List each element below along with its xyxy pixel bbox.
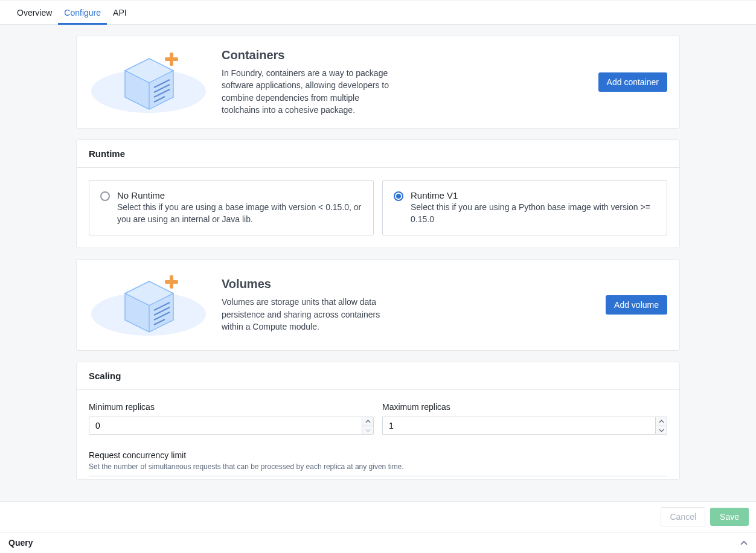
scaling-header: Scaling [77, 362, 679, 390]
chevron-down-icon [659, 429, 664, 432]
main-scroll[interactable]: Containers In Foundry, containers are a … [0, 25, 756, 501]
concurrency-input-edge [89, 476, 667, 477]
max-replicas-stepper [382, 417, 667, 435]
containers-card: Containers In Foundry, containers are a … [76, 36, 680, 129]
runtime-v1-desc: Select this if you are using a Python ba… [411, 202, 656, 225]
runtime-option-none[interactable]: No Runtime Select this if you are using … [89, 180, 374, 235]
volumes-card: Volumes Volumes are storage units that a… [76, 259, 680, 351]
runtime-none-desc: Select this if you are using a base imag… [117, 202, 362, 225]
tab-configure[interactable]: Configure [58, 1, 107, 24]
stepper-down-button[interactable] [362, 426, 373, 435]
tabs: Overview Configure API [0, 1, 756, 25]
save-button[interactable]: Save [710, 508, 749, 526]
footer-bar: Cancel Save [0, 501, 756, 532]
stepper-up-button[interactable] [362, 417, 373, 426]
runtime-card: Runtime No Runtime Select this if you ar… [76, 139, 680, 248]
stepper-down-button[interactable] [656, 426, 667, 435]
runtime-header: Runtime [77, 140, 679, 168]
max-replicas-label: Maximum replicas [382, 402, 667, 412]
min-replicas-label: Minimum replicas [89, 402, 374, 412]
runtime-none-title: No Runtime [117, 190, 362, 200]
containers-illustration [89, 49, 208, 115]
scaling-card: Scaling Minimum replicas [76, 362, 680, 480]
cancel-button[interactable]: Cancel [661, 507, 705, 526]
concurrency-help: Set the number of simultaneous requests … [89, 462, 667, 471]
svg-rect-13 [165, 280, 178, 284]
max-replicas-input[interactable] [382, 417, 655, 435]
runtime-option-v1[interactable]: Runtime V1 Select this if you are using … [382, 180, 667, 235]
containers-desc: In Foundry, containers are a way to pack… [222, 67, 397, 116]
min-replicas-input[interactable] [89, 417, 362, 435]
volumes-desc: Volumes are storage units that allow dat… [222, 296, 400, 333]
radio-icon [100, 191, 110, 201]
volumes-title: Volumes [222, 277, 400, 291]
radio-icon [394, 191, 403, 201]
chevron-up-icon [659, 420, 664, 423]
stepper-up-button[interactable] [656, 417, 667, 426]
query-label: Query [8, 538, 33, 548]
chevron-up-icon [365, 420, 371, 423]
volumes-illustration [89, 272, 208, 338]
add-container-button[interactable]: Add container [598, 72, 667, 92]
tab-overview[interactable]: Overview [11, 1, 58, 24]
containers-title: Containers [222, 48, 397, 62]
query-bar[interactable]: Query [0, 532, 756, 553]
svg-rect-6 [165, 57, 178, 61]
tab-api[interactable]: API [107, 1, 133, 24]
runtime-v1-title: Runtime V1 [411, 190, 656, 200]
concurrency-label: Request concurrency limit [89, 450, 667, 460]
chevron-up-icon [740, 540, 748, 545]
add-volume-button[interactable]: Add volume [606, 295, 667, 315]
min-replicas-stepper [89, 417, 374, 435]
chevron-down-icon [365, 429, 371, 432]
